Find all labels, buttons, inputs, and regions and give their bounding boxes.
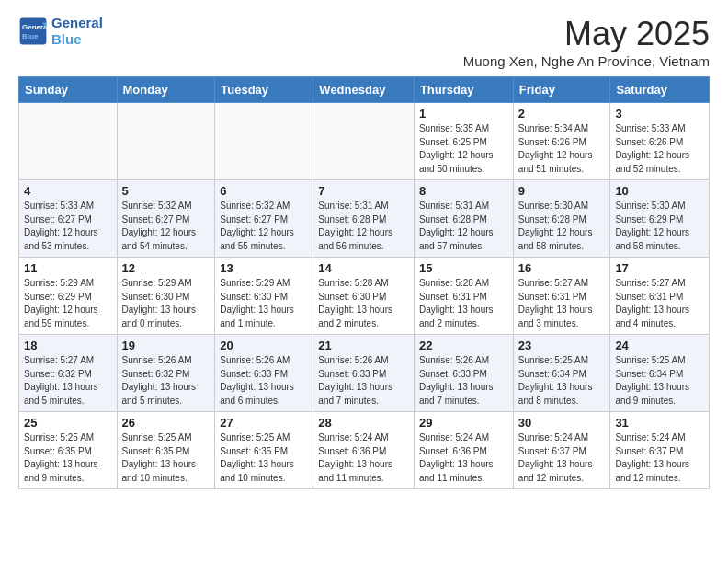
day-number: 10 [615,184,704,198]
day-number: 4 [24,184,112,198]
day-info: Sunrise: 5:27 AM Sunset: 6:32 PM Dayligh… [24,354,112,408]
page-container: General Blue General Blue May 2025 Muong… [0,0,728,504]
calendar-cell [313,103,415,180]
header: General Blue General Blue May 2025 Muong… [18,15,710,69]
calendar-week-row: 4Sunrise: 5:33 AM Sunset: 6:27 PM Daylig… [19,180,710,258]
day-number: 28 [318,416,409,430]
day-number: 2 [518,107,606,121]
calendar-cell: 8Sunrise: 5:31 AM Sunset: 6:28 PM Daylig… [414,180,513,258]
day-info: Sunrise: 5:29 AM Sunset: 6:30 PM Dayligh… [122,277,210,330]
day-number: 29 [419,416,508,430]
day-number: 18 [24,339,112,352]
day-number: 17 [615,261,704,275]
day-info: Sunrise: 5:29 AM Sunset: 6:29 PM Dayligh… [24,277,112,330]
day-number: 12 [122,261,210,275]
weekday-header: Friday [513,77,610,103]
day-number: 8 [419,184,508,198]
day-number: 24 [615,339,704,352]
weekday-header: Wednesday [313,77,415,103]
calendar-cell: 30Sunrise: 5:24 AM Sunset: 6:37 PM Dayli… [513,412,610,489]
day-info: Sunrise: 5:35 AM Sunset: 6:25 PM Dayligh… [419,122,508,176]
day-info: Sunrise: 5:25 AM Sunset: 6:34 PM Dayligh… [518,354,606,408]
day-number: 6 [220,184,308,198]
calendar-cell: 4Sunrise: 5:33 AM Sunset: 6:27 PM Daylig… [19,180,118,258]
day-number: 21 [318,339,409,352]
weekday-header: Sunday [19,77,118,103]
day-info: Sunrise: 5:25 AM Sunset: 6:34 PM Dayligh… [615,354,704,408]
day-info: Sunrise: 5:34 AM Sunset: 6:26 PM Dayligh… [518,122,606,176]
day-info: Sunrise: 5:28 AM Sunset: 6:30 PM Dayligh… [318,277,409,330]
logo: General Blue General Blue [18,15,103,48]
day-info: Sunrise: 5:28 AM Sunset: 6:31 PM Dayligh… [419,277,508,330]
day-info: Sunrise: 5:24 AM Sunset: 6:36 PM Dayligh… [318,431,409,485]
day-number: 14 [318,261,409,275]
day-info: Sunrise: 5:24 AM Sunset: 6:37 PM Dayligh… [615,431,704,485]
day-number: 26 [122,416,210,430]
day-info: Sunrise: 5:30 AM Sunset: 6:28 PM Dayligh… [518,200,606,253]
calendar-cell: 11Sunrise: 5:29 AM Sunset: 6:29 PM Dayli… [19,258,118,335]
calendar-week-row: 1Sunrise: 5:35 AM Sunset: 6:25 PM Daylig… [19,103,710,180]
day-number: 9 [518,184,606,198]
calendar-cell: 1Sunrise: 5:35 AM Sunset: 6:25 PM Daylig… [414,103,513,180]
calendar-cell: 17Sunrise: 5:27 AM Sunset: 6:31 PM Dayli… [610,258,710,335]
day-number: 23 [518,339,606,352]
day-number: 30 [518,416,606,430]
day-number: 1 [419,107,508,121]
svg-text:Blue: Blue [22,32,39,40]
day-number: 15 [419,261,508,275]
calendar-cell: 5Sunrise: 5:32 AM Sunset: 6:27 PM Daylig… [117,180,215,258]
calendar-table: SundayMondayTuesdayWednesdayThursdayFrid… [18,76,710,489]
calendar-cell: 6Sunrise: 5:32 AM Sunset: 6:27 PM Daylig… [215,180,313,258]
day-number: 31 [615,416,704,430]
calendar-header-row: SundayMondayTuesdayWednesdayThursdayFrid… [19,77,710,103]
calendar-cell: 18Sunrise: 5:27 AM Sunset: 6:32 PM Dayli… [19,335,118,412]
day-number: 20 [220,339,308,352]
calendar-cell: 9Sunrise: 5:30 AM Sunset: 6:28 PM Daylig… [513,180,610,258]
day-info: Sunrise: 5:26 AM Sunset: 6:33 PM Dayligh… [220,354,308,408]
calendar-cell: 23Sunrise: 5:25 AM Sunset: 6:34 PM Dayli… [513,335,610,412]
month-title: May 2025 [463,15,710,53]
calendar-week-row: 18Sunrise: 5:27 AM Sunset: 6:32 PM Dayli… [19,335,710,412]
day-number: 11 [24,261,112,275]
calendar-cell: 29Sunrise: 5:24 AM Sunset: 6:36 PM Dayli… [414,412,513,489]
weekday-header: Saturday [610,77,710,103]
day-number: 7 [318,184,409,198]
calendar-cell: 21Sunrise: 5:26 AM Sunset: 6:33 PM Dayli… [313,335,415,412]
calendar-cell: 15Sunrise: 5:28 AM Sunset: 6:31 PM Dayli… [414,258,513,335]
calendar-cell: 13Sunrise: 5:29 AM Sunset: 6:30 PM Dayli… [215,258,313,335]
day-number: 5 [122,184,210,198]
calendar-cell: 22Sunrise: 5:26 AM Sunset: 6:33 PM Dayli… [414,335,513,412]
day-info: Sunrise: 5:29 AM Sunset: 6:30 PM Dayligh… [220,277,308,330]
day-info: Sunrise: 5:25 AM Sunset: 6:35 PM Dayligh… [122,431,210,485]
weekday-header: Tuesday [215,77,313,103]
day-number: 25 [24,416,112,430]
calendar-cell: 16Sunrise: 5:27 AM Sunset: 6:31 PM Dayli… [513,258,610,335]
calendar-cell: 26Sunrise: 5:25 AM Sunset: 6:35 PM Dayli… [117,412,215,489]
calendar-cell: 7Sunrise: 5:31 AM Sunset: 6:28 PM Daylig… [313,180,415,258]
day-info: Sunrise: 5:33 AM Sunset: 6:27 PM Dayligh… [24,200,112,253]
calendar-cell: 27Sunrise: 5:25 AM Sunset: 6:35 PM Dayli… [215,412,313,489]
day-info: Sunrise: 5:32 AM Sunset: 6:27 PM Dayligh… [220,200,308,253]
title-block: May 2025 Muong Xen, Nghe An Province, Vi… [463,15,710,69]
day-info: Sunrise: 5:27 AM Sunset: 6:31 PM Dayligh… [615,277,704,330]
day-info: Sunrise: 5:33 AM Sunset: 6:26 PM Dayligh… [615,122,704,176]
day-info: Sunrise: 5:26 AM Sunset: 6:33 PM Dayligh… [419,354,508,408]
logo-icon: General Blue [18,17,48,46]
logo-text-blue: Blue [51,31,103,48]
day-info: Sunrise: 5:25 AM Sunset: 6:35 PM Dayligh… [24,431,112,485]
day-number: 3 [615,107,704,121]
calendar-cell: 28Sunrise: 5:24 AM Sunset: 6:36 PM Dayli… [313,412,415,489]
day-info: Sunrise: 5:25 AM Sunset: 6:35 PM Dayligh… [220,431,308,485]
weekday-header: Thursday [414,77,513,103]
calendar-cell: 19Sunrise: 5:26 AM Sunset: 6:32 PM Dayli… [117,335,215,412]
day-info: Sunrise: 5:30 AM Sunset: 6:29 PM Dayligh… [615,200,704,253]
calendar-cell [215,103,313,180]
logo-text-general: General [51,15,103,31]
day-info: Sunrise: 5:24 AM Sunset: 6:36 PM Dayligh… [419,431,508,485]
calendar-cell: 10Sunrise: 5:30 AM Sunset: 6:29 PM Dayli… [610,180,710,258]
day-info: Sunrise: 5:26 AM Sunset: 6:33 PM Dayligh… [318,354,409,408]
day-number: 16 [518,261,606,275]
subtitle: Muong Xen, Nghe An Province, Vietnam [463,53,710,69]
day-number: 27 [220,416,308,430]
day-number: 22 [419,339,508,352]
